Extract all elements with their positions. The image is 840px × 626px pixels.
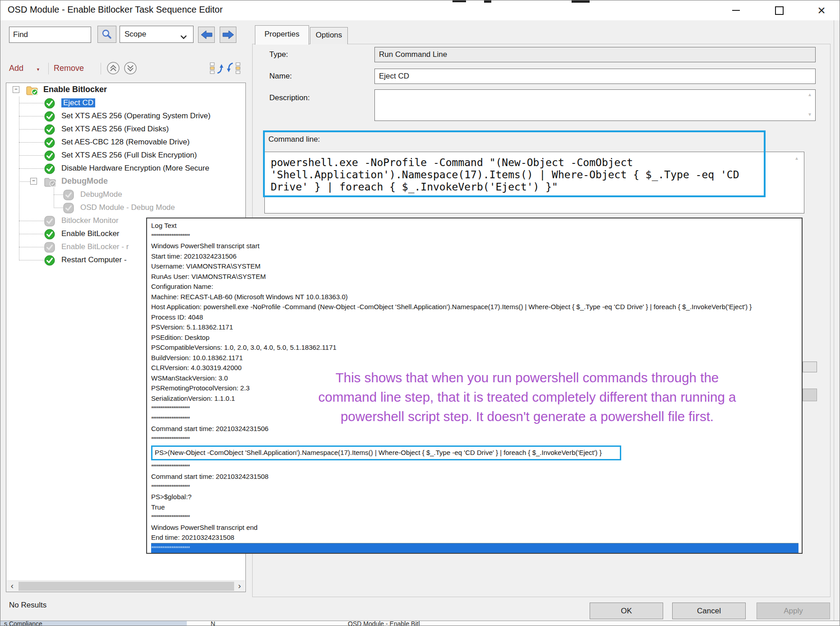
tree-item[interactable]: DebugMode — [6, 189, 245, 201]
scope-chevron-icon[interactable] — [180, 33, 187, 41]
log-line[interactable]: Windows PowerShell transcript start — [151, 241, 798, 251]
scroll-down-icon[interactable]: ▼ — [808, 112, 812, 117]
tree-item-label: Set AES-CBC 128 (Removable Drive) — [61, 138, 189, 147]
tree-item-label: Eject CD — [61, 98, 95, 107]
tree-item[interactable]: Set XTS AES 256 (Full Disk Encryption) — [6, 149, 245, 162]
forward-icon — [222, 30, 235, 39]
ok-button[interactable]: OK — [590, 603, 663, 619]
add-button[interactable]: Add — [9, 64, 23, 73]
tree-item[interactable]: Disable Hardware Encryption (More Secure — [6, 162, 245, 175]
log-line[interactable]: Configuration Name: — [151, 282, 798, 292]
log-title[interactable]: Log Text — [151, 221, 798, 231]
minimize-icon — [732, 10, 740, 11]
scroll-left-icon[interactable]: ‹ — [7, 581, 18, 592]
background-window-sliver — [572, 0, 590, 3]
remove-button[interactable]: Remove — [54, 64, 84, 73]
scroll-up-icon[interactable]: ▲ — [794, 156, 799, 161]
tree-item[interactable]: −DebugMode — [6, 176, 245, 188]
log-line[interactable]: ********************* — [151, 543, 798, 554]
log-line[interactable]: PS>$global:? — [151, 492, 798, 502]
tab-properties[interactable]: Properties — [255, 25, 309, 45]
log-line[interactable]: RunAs User: VIAMONSTRA\SYSTEM — [151, 272, 798, 282]
tree-item[interactable]: Set XTS AES 256 (Operating System Drive) — [6, 110, 245, 123]
annotation-text: This shows that when you run powershell … — [251, 368, 803, 426]
tree-item[interactable]: −Enable Bitlocker — [6, 84, 245, 97]
log-line[interactable]: Windows PowerShell transcript end — [151, 523, 798, 533]
back-icon — [200, 30, 213, 39]
check-green-icon — [44, 124, 56, 135]
tree-item-label: Set XTS AES 256 (Operating System Drive) — [61, 111, 211, 121]
type-label: Type: — [269, 50, 288, 59]
log-line[interactable]: PSCompatibleVersions: 1.0, 2.0, 3.0, 4.0… — [151, 343, 798, 353]
background-window-sliver — [452, 0, 466, 2]
log-line[interactable]: BuildVersion: 10.0.18362.1171 — [151, 353, 798, 363]
toolbar-separator — [101, 63, 101, 74]
minimize-button[interactable] — [721, 0, 750, 20]
tab-options[interactable]: Options — [310, 27, 348, 44]
log-line[interactable]: ********************* — [151, 434, 798, 445]
move-step-up-button[interactable] — [106, 61, 120, 75]
collapse-toggle[interactable]: − — [30, 178, 37, 185]
log-line[interactable]: PSVersion: 5.1.18362.1171 — [151, 322, 798, 333]
log-line[interactable]: Host Application: powershell.exe -NoProf… — [151, 302, 798, 312]
log-line[interactable]: True — [151, 502, 798, 513]
close-icon: × — [817, 4, 826, 17]
panel-edge — [834, 20, 834, 621]
collapse-toggle[interactable]: − — [13, 86, 19, 93]
tree-item-label: Set XTS AES 256 (Fixed Disks) — [61, 125, 169, 134]
tree-item-label: Restart Computer - — [61, 255, 129, 264]
log-line[interactable]: End time: 20210324231508 — [151, 533, 798, 543]
name-field[interactable]: Eject CD — [374, 69, 816, 84]
move-up-icon — [106, 61, 120, 75]
log-line[interactable]: Command start time: 20210324231508 — [151, 472, 798, 482]
tree-item[interactable]: Set XTS AES 256 (Fixed Disks) — [6, 123, 245, 136]
add-caret-icon[interactable]: ▼ — [36, 67, 40, 72]
name-label: Name: — [269, 72, 292, 81]
toolbar-separator — [48, 63, 49, 74]
expand-all-button[interactable] — [209, 61, 225, 76]
collapse-structure-icon — [226, 61, 241, 75]
task-sequence-editor-window: OSD Module - Enable Bitlocker Task Seque… — [0, 0, 840, 626]
tree-item-label: Enable BitLocker - r — [61, 242, 129, 251]
command-line-highlight-box — [263, 130, 766, 197]
tree-horizontal-scrollbar[interactable]: ‹ › — [7, 580, 245, 592]
tree-item-label: DebugMode — [80, 190, 122, 199]
scroll-right-icon[interactable]: › — [234, 581, 245, 592]
scrollbar-thumb[interactable] — [18, 582, 234, 591]
tree-item-label: DebugMode — [61, 176, 108, 186]
log-line[interactable]: ********************* — [151, 512, 798, 523]
type-field[interactable]: Run Command Line — [374, 47, 816, 62]
tree-item[interactable]: OSD Module - Debug Mode — [6, 202, 245, 214]
log-line[interactable]: ********************* — [151, 462, 798, 472]
log-line[interactable]: Start time: 20210324231506 — [151, 251, 798, 262]
scroll-up-icon[interactable]: ▲ — [808, 92, 812, 97]
log-line[interactable]: Machine: RECAST-LAB-60 (Microsoft Window… — [151, 292, 798, 302]
log-line[interactable]: Process ID: 4048 — [151, 312, 798, 323]
description-field[interactable] — [374, 89, 816, 121]
maximize-button[interactable] — [765, 0, 794, 20]
check-green-icon — [44, 111, 56, 122]
search-button[interactable] — [97, 26, 116, 43]
log-line[interactable]: ********************* — [151, 231, 798, 241]
log-line[interactable]: PS>(New-Object -ComObject 'Shell.Applica… — [155, 448, 618, 458]
folder-gray-icon — [44, 176, 56, 187]
check-gray-icon — [63, 190, 75, 200]
tree-item-label: Disable Hardware Encryption (More Secure — [61, 164, 209, 173]
log-line[interactable]: PSEdition: Desktop — [151, 333, 798, 343]
expand-structure-icon — [209, 61, 224, 75]
log-line[interactable]: Username: VIAMONSTRA\SYSTEM — [151, 261, 798, 272]
find-previous-button[interactable] — [198, 27, 215, 43]
move-step-down-button[interactable] — [123, 61, 138, 75]
collapse-all-button[interactable] — [226, 61, 242, 76]
cancel-button[interactable]: Cancel — [672, 603, 746, 619]
tree-item[interactable]: Set AES-CBC 128 (Removable Drive) — [6, 136, 245, 149]
find-next-button[interactable] — [220, 27, 236, 43]
find-input[interactable]: Find — [9, 27, 91, 43]
log-line[interactable]: ********************* — [151, 482, 798, 492]
move-down-icon — [123, 61, 138, 75]
check-gray-icon — [44, 242, 56, 253]
tree-item[interactable]: Eject CD — [6, 97, 245, 110]
status-text: No Results — [9, 601, 46, 610]
hidden-control-stub — [803, 389, 817, 401]
close-button[interactable]: × — [807, 0, 836, 20]
